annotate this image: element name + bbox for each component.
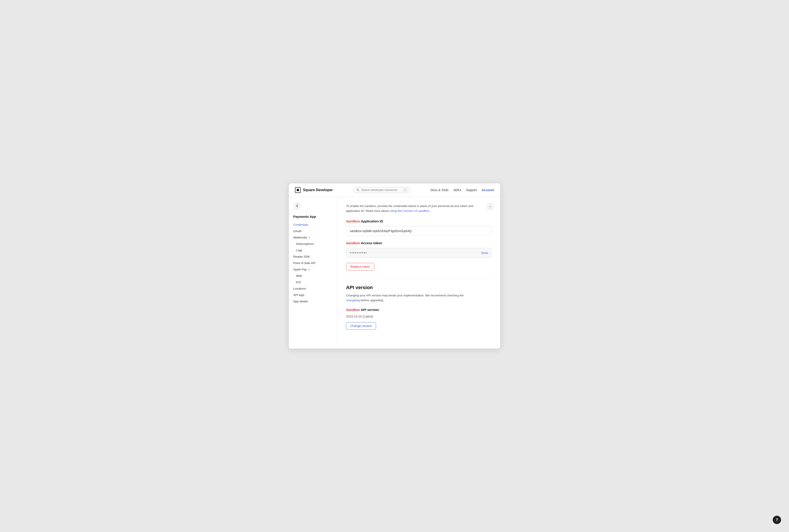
replace-token-label: Replace token bbox=[350, 265, 370, 268]
show-token-button[interactable]: Show bbox=[481, 251, 488, 254]
topnav-links: Docs & Tools SDKs Support Account bbox=[430, 188, 494, 192]
sidebar-item-reader-sdk[interactable]: Reader SDK bbox=[289, 253, 337, 260]
sandbox-tag-1: Sandbox bbox=[346, 219, 360, 223]
token-field-wrap: Show bbox=[346, 248, 492, 258]
svg-line-1 bbox=[359, 190, 359, 191]
version-latest-label: (Latest) bbox=[363, 315, 373, 318]
sidebar-back-button[interactable] bbox=[293, 202, 301, 210]
logo-icon-inner bbox=[297, 189, 299, 191]
sandbox-token-label: Sandbox Access token bbox=[346, 241, 492, 245]
help-button[interactable]: ? bbox=[773, 516, 781, 524]
changelog-link[interactable]: changelog bbox=[346, 299, 360, 302]
search-icon bbox=[357, 189, 360, 192]
sidebar-item-subscriptions[interactable]: Subscriptions bbox=[289, 241, 337, 247]
back-arrow-icon bbox=[296, 204, 299, 207]
float-back-button[interactable]: ← bbox=[486, 203, 494, 210]
api-desc-after: before upgrading. bbox=[360, 299, 384, 302]
nav-account[interactable]: Account bbox=[482, 188, 494, 192]
sidebar-item-locations[interactable]: Locations bbox=[289, 285, 337, 292]
sandbox-tag-3: Sandbox bbox=[346, 308, 360, 311]
nav-sdks[interactable]: SDKs bbox=[453, 188, 461, 192]
app-window: Square Developer / Docs & Tools SDKs Sup… bbox=[289, 184, 500, 348]
sidebar-item-app-details[interactable]: App details bbox=[289, 298, 337, 305]
replace-token-button[interactable]: Replace token bbox=[346, 263, 374, 270]
intro-link[interactable]: using the Connect v2 sandbox bbox=[389, 209, 429, 212]
search-area: / bbox=[333, 187, 430, 193]
api-version-desc: Changing your API version may break your… bbox=[346, 293, 478, 303]
sandbox-tag-2: Sandbox bbox=[346, 241, 360, 245]
logo[interactable]: Square Developer bbox=[295, 187, 333, 193]
chevron-up-icon: ∧ bbox=[309, 236, 310, 239]
sandbox-api-version-label: Sandbox API version bbox=[346, 308, 492, 311]
api-version-label-suffix: API version bbox=[361, 308, 379, 311]
sidebar-item-apple-pay-label: Apple Pay bbox=[293, 268, 307, 271]
svg-point-0 bbox=[357, 189, 359, 190]
sandbox-app-id-label: Sandbox Application ID bbox=[346, 219, 492, 223]
token-label-suffix: Access token bbox=[361, 241, 382, 245]
sidebar-item-credentials[interactable]: Credentials bbox=[289, 222, 337, 228]
change-version-label: Change version bbox=[350, 324, 372, 328]
sidebar-item-api-logs[interactable]: API logs bbox=[289, 292, 337, 298]
sidebar-item-web[interactable]: Web bbox=[289, 272, 337, 279]
sidebar-item-apple-pay[interactable]: Apple Pay ∧ bbox=[289, 266, 337, 272]
sidebar-item-ios[interactable]: iOS bbox=[289, 279, 337, 285]
topnav: Square Developer / Docs & Tools SDKs Sup… bbox=[289, 184, 500, 197]
token-input[interactable] bbox=[346, 248, 492, 258]
change-version-button[interactable]: Change version bbox=[346, 322, 376, 330]
sidebar-app-name: Payments App bbox=[289, 215, 337, 222]
logo-text: Square Developer bbox=[303, 188, 333, 192]
main-content: ← To enable the sandbox, provide the cre… bbox=[337, 197, 500, 348]
version-value: 2023-10-20 bbox=[346, 315, 362, 318]
nav-support[interactable]: Support bbox=[466, 188, 477, 192]
intro-text-suffix: . bbox=[429, 209, 430, 212]
sidebar-item-webhooks-label: Webhooks bbox=[293, 236, 307, 239]
sidebar-item-oauth[interactable]: OAuth bbox=[289, 228, 337, 234]
app-id-label-suffix: Application ID bbox=[361, 219, 383, 223]
body-layout: Payments App Credentials OAuth Webhooks … bbox=[289, 197, 500, 348]
api-desc-before: Changing your API version may break your… bbox=[346, 294, 464, 297]
search-shortcut: / bbox=[403, 188, 407, 192]
chevron-up-icon-applepay: ∧ bbox=[308, 268, 310, 271]
sidebar-item-point-of-sale-api[interactable]: Point of Sale API bbox=[289, 260, 337, 266]
search-box[interactable]: / bbox=[353, 187, 410, 193]
intro-text: To enable the sandbox, provide the crede… bbox=[346, 204, 478, 213]
nav-docs-tools[interactable]: Docs & Tools bbox=[430, 188, 448, 192]
sidebar-item-logs[interactable]: Logs bbox=[289, 247, 337, 253]
app-id-input[interactable] bbox=[346, 226, 492, 236]
version-value-row: 2023-10-20 (Latest) bbox=[346, 315, 492, 318]
sidebar-item-webhooks[interactable]: Webhooks ∧ bbox=[289, 234, 337, 241]
section-divider bbox=[346, 278, 492, 279]
logo-icon bbox=[295, 187, 301, 193]
api-version-title: API version bbox=[346, 285, 492, 290]
sidebar: Payments App Credentials OAuth Webhooks … bbox=[289, 197, 337, 348]
search-input[interactable] bbox=[361, 188, 402, 192]
